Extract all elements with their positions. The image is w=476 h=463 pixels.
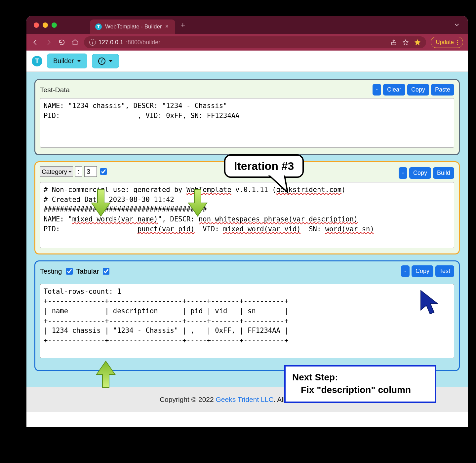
caret-down-icon — [77, 60, 81, 62]
reload-icon[interactable] — [58, 38, 66, 47]
bookmark-outline-icon[interactable] — [402, 39, 409, 46]
template-build-button[interactable]: Build — [433, 167, 454, 179]
close-window-button[interactable] — [34, 22, 39, 28]
home-icon[interactable] — [71, 38, 79, 47]
testdata-copy-button[interactable]: Copy — [407, 84, 429, 96]
next-step-line1: Next Step: — [292, 371, 428, 384]
green-arrow-icon — [89, 188, 112, 219]
testing-panel: Testing Tabular - Copy Test Total-rows-c… — [34, 260, 460, 371]
maximize-window-button[interactable] — [52, 22, 57, 28]
green-arrow-icon — [186, 188, 209, 219]
testdata-collapse-button[interactable]: - — [373, 84, 381, 96]
url-bar: i 127.0.0.1:8000/builder Update — [26, 34, 468, 51]
testdata-panel: Test-Data - Clear Copy Paste NAME: "1234… — [34, 79, 460, 155]
tab-favicon: T — [95, 23, 102, 30]
browser-tab[interactable]: T WebTemplate - Builder × — [90, 19, 175, 34]
iteration-label: Iteration #3 — [234, 160, 294, 172]
copyright-prefix: Copyright © 2022 — [160, 396, 216, 403]
back-icon[interactable] — [31, 38, 40, 47]
template-checkbox[interactable] — [100, 168, 107, 175]
site-info-icon[interactable]: i — [89, 39, 96, 46]
tabs-dropdown-icon[interactable] — [453, 21, 460, 30]
category-select[interactable]: Category — [40, 166, 73, 177]
speech-tail-icon — [264, 174, 294, 197]
template-copy-button[interactable]: Copy — [409, 167, 431, 179]
testing-checkbox[interactable] — [66, 268, 73, 275]
forward-icon[interactable] — [44, 38, 53, 47]
address-bar[interactable]: i 127.0.0.1:8000/builder — [84, 36, 426, 48]
testing-copy-button[interactable]: Copy — [412, 265, 433, 277]
share-icon[interactable] — [390, 39, 397, 46]
cursor-icon — [419, 289, 440, 318]
template-collapse-button[interactable]: - — [399, 167, 407, 179]
new-tab-button[interactable]: + — [175, 20, 190, 30]
svg-rect-4 — [266, 174, 286, 175]
category-index-input[interactable] — [84, 166, 97, 177]
testdata-title: Test-Data — [40, 86, 70, 94]
update-label: Update — [436, 39, 454, 46]
testing-label: Testing — [40, 267, 62, 275]
testing-collapse-button[interactable]: - — [401, 265, 410, 277]
app-toolbar: T Builder i — [26, 51, 468, 72]
green-arrow-up-icon — [94, 358, 117, 389]
app-logo: T — [32, 56, 42, 66]
svg-marker-3 — [268, 174, 288, 192]
url-path: :8000/builder — [126, 39, 160, 46]
testdata-clear-button[interactable]: Clear — [383, 84, 405, 96]
testing-output: Total-rows-count: 1 +--------------+----… — [40, 284, 454, 358]
tabular-label: Tabular — [76, 267, 99, 275]
tab-strip: T WebTemplate - Builder × + — [26, 16, 468, 34]
svg-marker-1 — [403, 40, 408, 45]
workspace: Test-Data - Clear Copy Paste NAME: "1234… — [26, 72, 468, 387]
builder-label: Builder — [53, 57, 74, 65]
menu-dots-icon — [457, 40, 458, 45]
close-tab-icon[interactable]: × — [165, 23, 169, 30]
svg-marker-2 — [415, 40, 420, 45]
browser-window: T WebTemplate - Builder × + i 127.0.0.1:… — [26, 16, 468, 427]
next-step-callout: Next Step: Fix "description" column — [284, 365, 436, 403]
tabular-checkbox[interactable] — [103, 268, 109, 275]
minimize-window-button[interactable] — [43, 22, 48, 28]
builder-dropdown[interactable]: Builder — [47, 54, 87, 68]
info-icon: i — [98, 58, 105, 65]
footer-link[interactable]: Geeks Trident LLC — [216, 396, 274, 403]
next-step-line2: Fix "description" column — [292, 384, 428, 396]
info-dropdown[interactable]: i — [92, 54, 119, 68]
update-button[interactable]: Update — [431, 37, 463, 48]
tab-title: WebTemplate - Builder — [105, 23, 162, 30]
testdata-textarea[interactable]: NAME: "1234 chassis", DESCR: "1234 - Cha… — [40, 98, 454, 148]
url-host: 127.0.0.1 — [99, 39, 123, 46]
testdata-paste-button[interactable]: Paste — [431, 84, 454, 96]
colon-separator: : — [75, 166, 82, 177]
testing-test-button[interactable]: Test — [435, 265, 454, 277]
caret-down-icon — [109, 60, 113, 62]
window-controls — [34, 22, 57, 28]
bookmark-filled-icon[interactable] — [414, 39, 421, 46]
